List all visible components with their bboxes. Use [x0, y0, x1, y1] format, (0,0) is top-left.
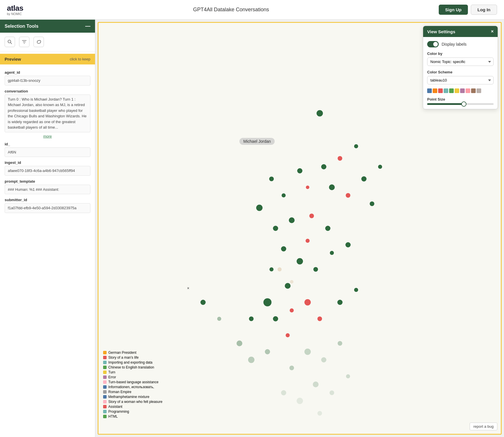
map-dot[interactable]: [248, 357, 254, 363]
login-button[interactable]: Log In: [471, 5, 497, 15]
map-dot[interactable]: [345, 242, 351, 247]
map-dot[interactable]: [321, 164, 326, 169]
map-label-bubble: Michael Jordan: [239, 138, 275, 145]
map-dot[interactable]: [361, 176, 367, 182]
map-dot[interactable]: [317, 316, 322, 321]
search-tool-icon[interactable]: [5, 37, 15, 47]
map-dot[interactable]: [346, 374, 350, 378]
top-buttons: Sign Up Log In: [439, 5, 497, 15]
map-dot[interactable]: [281, 246, 286, 251]
field-label-id_: id_: [5, 142, 90, 146]
filter-tool-icon[interactable]: [19, 37, 29, 47]
legend-item: Turn: [103, 370, 162, 374]
legend: German PresidentStory of a man's lifeImp…: [103, 351, 162, 419]
map-dot[interactable]: [330, 390, 334, 395]
map-dot[interactable]: [346, 193, 350, 198]
map-close-x[interactable]: ×: [187, 286, 189, 290]
legend-dot: [103, 375, 107, 379]
map-dot[interactable]: [200, 300, 206, 305]
map-dot[interactable]: [237, 340, 242, 346]
map-dot[interactable]: [256, 205, 263, 211]
map-dot[interactable]: [273, 316, 278, 321]
map-dot[interactable]: [269, 267, 274, 271]
map-dot[interactable]: [304, 299, 311, 305]
legend-label: Turn-based language assistance: [108, 380, 159, 384]
map-dot[interactable]: [317, 110, 323, 116]
color-swatch: [449, 88, 454, 93]
map-dot[interactable]: [354, 288, 358, 292]
map-dot[interactable]: [329, 184, 335, 190]
vs-close-button[interactable]: ×: [491, 29, 494, 34]
map-dot[interactable]: [317, 411, 322, 416]
map-dot[interactable]: [290, 280, 293, 284]
map-dot[interactable]: [313, 382, 319, 387]
map-dot[interactable]: [304, 349, 311, 355]
slider-thumb[interactable]: [461, 101, 466, 107]
toggle-knob: [433, 42, 438, 47]
selection-tools-label: Selection Tools: [5, 24, 38, 29]
legend-dot: [103, 366, 107, 369]
map-container[interactable]: Michael Jordan× View Settings × Display …: [98, 22, 502, 435]
legend-dot: [103, 351, 107, 354]
legend-dot: [103, 371, 107, 374]
map-dot[interactable]: [285, 283, 291, 289]
map-dot[interactable]: [297, 398, 303, 404]
vs-title: View Settings: [427, 29, 455, 34]
legend-label: Chinese to English translation: [108, 365, 154, 369]
color-scheme-select[interactable]: tableau10: [427, 76, 494, 84]
map-dot[interactable]: [338, 341, 342, 346]
map-dot[interactable]: [289, 366, 294, 370]
map-dot[interactable]: [297, 168, 302, 173]
lasso-tool-icon[interactable]: [34, 37, 44, 47]
field-value-conversation: Turn 0 : Who is Michael Jordan? Turn 1 :…: [5, 95, 90, 132]
color-swatch: [477, 88, 481, 93]
color-by-select[interactable]: Nomic Topic: specific: [427, 58, 494, 66]
map-dot[interactable]: [273, 226, 278, 231]
display-labels-toggle[interactable]: [427, 41, 439, 47]
signup-button[interactable]: Sign Up: [439, 5, 468, 15]
color-swatch: [460, 88, 465, 93]
map-dot[interactable]: [354, 144, 358, 148]
color-swatch: [466, 88, 470, 93]
map-dot[interactable]: [269, 177, 274, 181]
map-dot[interactable]: [217, 317, 221, 321]
legend-item: German President: [103, 351, 162, 355]
map-dot[interactable]: [278, 267, 282, 271]
map-dot[interactable]: [290, 308, 294, 312]
map-dot[interactable]: [325, 226, 330, 231]
map-dot[interactable]: [306, 239, 310, 243]
click-to-keep-label: click to keep: [70, 57, 90, 61]
map-dot[interactable]: [337, 300, 343, 305]
map-dot[interactable]: [249, 316, 254, 321]
legend-dot: [103, 395, 107, 399]
map-dot[interactable]: [286, 333, 290, 337]
field-value-id_: Af6N: [5, 147, 90, 157]
map-dot[interactable]: [297, 258, 303, 264]
map-dot[interactable]: [370, 201, 374, 206]
minimize-button[interactable]: —: [85, 23, 90, 29]
map-dot[interactable]: [321, 357, 326, 362]
map-dot[interactable]: [263, 298, 271, 306]
map-dot[interactable]: [338, 156, 342, 161]
map-dot[interactable]: [313, 267, 318, 272]
legend-label: Roman Empire: [108, 390, 131, 394]
field-value-submitter_id: f1a07fdd-efb9-4e50-a594-2d330823975a: [5, 203, 90, 213]
legend-label: Turn: [108, 370, 115, 374]
more-link[interactable]: more: [5, 134, 90, 138]
legend-item: Informationen, использовать,: [103, 385, 162, 389]
legend-item: Methamphetamine mixture: [103, 395, 162, 399]
point-size-slider[interactable]: [427, 103, 494, 105]
report-bug-button[interactable]: report a bug: [470, 423, 497, 430]
map-dot[interactable]: [309, 214, 314, 218]
color-swatch: [427, 88, 432, 93]
map-dot[interactable]: [282, 193, 286, 197]
map-dot[interactable]: [281, 390, 286, 395]
map-dot[interactable]: [378, 165, 382, 169]
point-size-section: Point Size: [427, 97, 494, 105]
legend-dot: [103, 361, 107, 364]
map-dot[interactable]: [330, 251, 334, 255]
legend-dot: [103, 390, 107, 394]
map-dot[interactable]: [265, 349, 270, 354]
map-dot[interactable]: [289, 217, 295, 223]
map-dot[interactable]: [306, 186, 309, 189]
